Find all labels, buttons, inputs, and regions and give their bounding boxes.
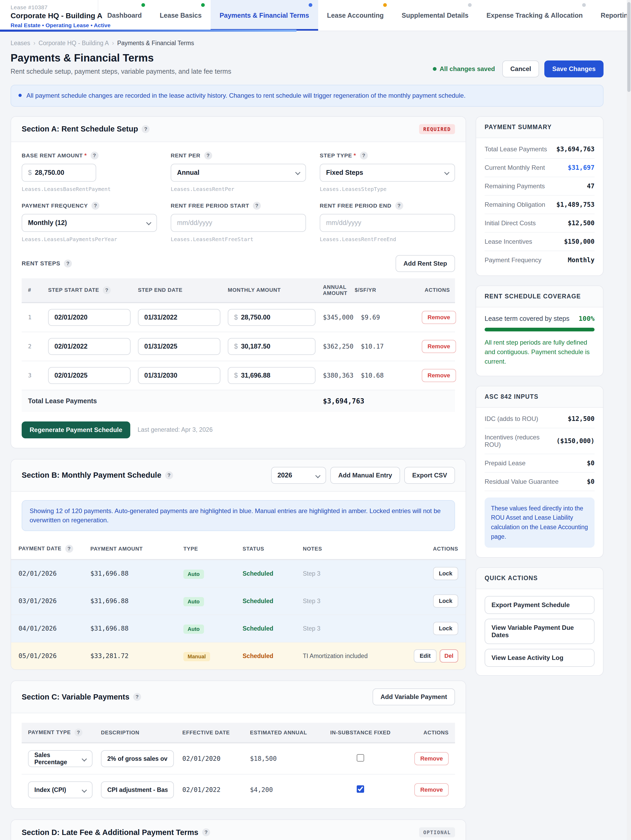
step-start-input[interactable] xyxy=(48,367,131,384)
help-icon[interactable] xyxy=(92,202,100,210)
lock-button[interactable]: Lock xyxy=(433,567,458,580)
chevron-down-icon xyxy=(146,220,152,225)
description-input[interactable]: 2% of gross sales over $ xyxy=(101,750,174,767)
tab-label: Dashboard xyxy=(107,12,142,19)
section-d-card: Section D: Late Fee & Additional Payment… xyxy=(11,819,466,840)
help-icon[interactable] xyxy=(202,828,210,836)
in-substance-fixed-checkbox[interactable] xyxy=(357,785,364,793)
currency-prefix: $ xyxy=(234,371,238,379)
payment-type-select[interactable]: Index (CPI) xyxy=(28,782,92,798)
step-monthly-input[interactable]: $30,187.50 xyxy=(228,338,315,355)
remove-variable-button[interactable]: Remove xyxy=(414,783,449,796)
tab-reporting-analysis[interactable]: Reporting & Analysis xyxy=(591,0,631,31)
help-icon[interactable] xyxy=(91,152,98,159)
add-manual-entry-button[interactable]: Add Manual Entry xyxy=(330,467,400,484)
payment-notes: TI Amortization included xyxy=(303,652,399,660)
view-variable-due-dates-button[interactable]: View Variable Payment Due Dates xyxy=(485,619,595,644)
step-type-select[interactable]: Fixed Steps xyxy=(320,164,455,182)
help-icon[interactable] xyxy=(395,202,403,210)
help-icon[interactable] xyxy=(103,286,111,294)
info-banner: All payment schedule changes are recorde… xyxy=(11,85,604,107)
scrollbar-thumb[interactable] xyxy=(627,2,631,92)
tab-supplemental-details[interactable]: Supplemental Details xyxy=(393,0,478,31)
in-substance-fixed-checkbox[interactable] xyxy=(357,754,364,761)
section-c-card: Section C: Variable Payments Add Variabl… xyxy=(11,681,466,809)
breadcrumb-lease[interactable]: Corporate HQ - Building A xyxy=(39,39,109,46)
status-dot-icon xyxy=(582,3,586,7)
payment-summary-header: PAYMENT SUMMARY xyxy=(476,117,603,138)
field-label: STEP TYPE xyxy=(320,152,455,159)
rent-free-end-input[interactable] xyxy=(320,214,455,232)
view-lease-activity-log-button[interactable]: View Lease Activity Log xyxy=(485,649,595,667)
right-sidebar: PAYMENT SUMMARY Total Lease Payments$3,6… xyxy=(476,116,604,676)
section-d-title: Section D: Late Fee & Additional Payment… xyxy=(22,828,210,837)
remove-step-button[interactable]: Remove xyxy=(422,340,456,353)
payment-row: 04/01/2026 $31,696.88 Auto Scheduled Ste… xyxy=(11,615,466,643)
type-badge: Auto xyxy=(183,597,204,606)
regenerate-schedule-button[interactable]: Regenerate Payment Schedule xyxy=(22,422,130,438)
help-icon[interactable] xyxy=(74,729,82,736)
coverage-label: Lease term covered by steps xyxy=(485,315,569,322)
delete-button[interactable]: Del xyxy=(440,649,458,663)
help-icon[interactable] xyxy=(133,693,141,701)
section-a-title: Section A: Rent Schedule Setup xyxy=(22,125,150,133)
help-icon[interactable] xyxy=(165,471,173,479)
remove-variable-button[interactable]: Remove xyxy=(414,752,449,765)
chevron-down-icon xyxy=(315,473,321,478)
field-helper: Leases.LeasesLaPaymentsPerYear xyxy=(22,236,157,242)
chevron-down-icon xyxy=(444,170,449,175)
scrollbar-track[interactable] xyxy=(627,0,631,840)
year-select[interactable]: 2026 xyxy=(271,467,326,484)
step-monthly-input[interactable]: $31,696.88 xyxy=(228,367,315,384)
rent-free-start-input[interactable] xyxy=(171,214,306,232)
help-icon[interactable] xyxy=(204,152,212,159)
remove-step-button[interactable]: Remove xyxy=(422,311,456,324)
step-monthly-input[interactable]: $28,750.00 xyxy=(228,309,315,326)
add-variable-payment-button[interactable]: Add Variable Payment xyxy=(373,688,455,705)
lock-button[interactable]: Lock xyxy=(433,622,458,635)
rent-steps-total-row: Total Lease Payments $3,694,763 xyxy=(22,390,455,412)
help-icon[interactable] xyxy=(253,202,261,210)
base-rent-input[interactable]: $28,750.00 xyxy=(22,164,96,182)
tab-expense-tracking[interactable]: Expense Tracking & Allocation xyxy=(478,0,591,31)
chevron-down-icon xyxy=(82,788,87,793)
status-dot-icon xyxy=(468,3,472,7)
description-input[interactable]: CPI adjustment - Base Y xyxy=(101,782,174,798)
help-icon[interactable] xyxy=(64,260,72,267)
breadcrumb-leases[interactable]: Leases xyxy=(11,39,30,46)
payment-frequency-select[interactable]: Monthly (12) xyxy=(22,214,157,232)
save-changes-button[interactable]: Save Changes xyxy=(544,60,604,77)
rent-per-select[interactable]: Annual xyxy=(171,164,306,182)
help-icon[interactable] xyxy=(65,545,73,553)
type-badge: Auto xyxy=(183,625,204,634)
payment-type-select[interactable]: Sales Percentage xyxy=(28,750,92,767)
schedule-note-text: Showing 12 of 120 payments. Auto-generat… xyxy=(30,507,447,525)
tab-payments-financial-terms[interactable]: Payments & Financial Terms xyxy=(210,0,318,31)
field-helper: Leases.LeasesStepType xyxy=(320,186,455,192)
step-end-input[interactable] xyxy=(138,367,220,384)
export-payment-schedule-button[interactable]: Export Payment Schedule xyxy=(485,596,595,614)
tab-lease-basics[interactable]: Lease Basics xyxy=(151,0,210,31)
remove-step-button[interactable]: Remove xyxy=(422,369,456,382)
step-start-input[interactable] xyxy=(48,338,131,355)
help-icon[interactable] xyxy=(142,125,150,133)
save-status-label: All changes saved xyxy=(440,65,495,73)
coverage-row: Lease term covered by steps 100% xyxy=(485,309,595,322)
col-annual: ANNUAL AMOUNT xyxy=(323,284,348,296)
help-icon[interactable] xyxy=(360,152,368,159)
tab-lease-accounting[interactable]: Lease Accounting xyxy=(318,0,393,31)
tab-dashboard[interactable]: Dashboard xyxy=(98,0,151,31)
step-end-input[interactable] xyxy=(138,309,220,326)
edit-button[interactable]: Edit xyxy=(414,649,436,663)
cancel-button[interactable]: Cancel xyxy=(502,60,539,77)
required-asterisk xyxy=(84,152,87,159)
field-base-rent: BASE RENT AMOUNT $28,750.00 Leases.Lease… xyxy=(22,152,157,192)
step-end-input[interactable] xyxy=(138,338,220,355)
effective-date: 02/01/2020 xyxy=(182,755,242,763)
step-sf: $10.68 xyxy=(361,372,405,379)
field-label: RENT FREE PERIOD END xyxy=(320,202,455,210)
add-rent-step-button[interactable]: Add Rent Step xyxy=(395,255,455,272)
lock-button[interactable]: Lock xyxy=(433,594,458,608)
export-csv-button[interactable]: Export CSV xyxy=(404,467,455,484)
step-start-input[interactable] xyxy=(48,309,131,326)
